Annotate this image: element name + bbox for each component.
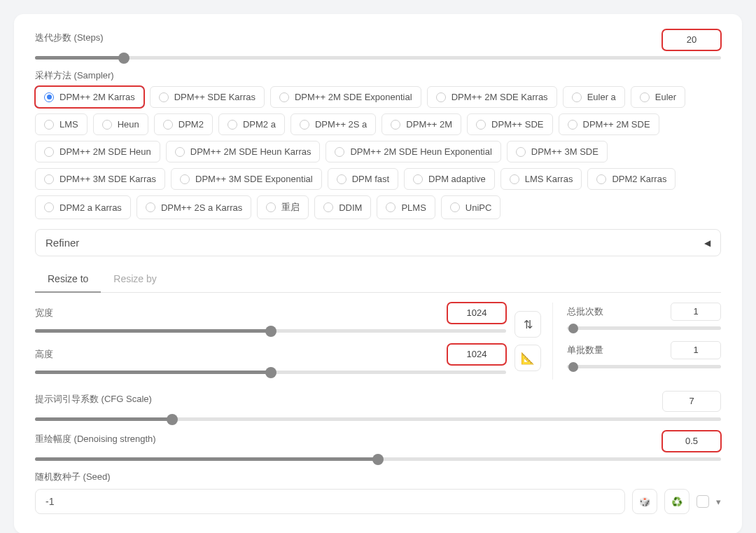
sampler-option[interactable]: PLMS (377, 195, 435, 219)
sampler-option[interactable]: LMS (35, 113, 88, 135)
radio-icon (568, 120, 578, 130)
sampler-option[interactable]: DPM++ 3M SDE (507, 141, 608, 162)
resize-panel: 宽度 1024 高度 1024 (35, 303, 721, 380)
sampler-option[interactable]: 重启 (257, 195, 309, 219)
batch-size-slider[interactable] (567, 365, 721, 368)
denoise-field: 重绘幅度 (Denoising strength) 0.5 (35, 431, 721, 461)
radio-icon (335, 147, 344, 157)
sampler-option[interactable]: DPM++ 2M SDE Heun (35, 141, 160, 162)
refiner-accordion[interactable]: Refiner ◀ (35, 229, 721, 256)
height-slider[interactable] (35, 371, 506, 374)
radio-icon (180, 174, 190, 184)
sampler-option-label: PLMS (401, 202, 426, 213)
sampler-option-label: DPM fast (352, 174, 389, 184)
cfg-value-input[interactable]: 7 (662, 391, 721, 412)
sampler-option[interactable]: DPM fast (328, 168, 398, 190)
sampler-option[interactable]: DPM++ 2M SDE (559, 113, 659, 135)
steps-field: 迭代步数 (Steps) 20 (35, 29, 721, 60)
sampler-option[interactable]: DDIM (314, 195, 371, 219)
sampler-option-label: DPM++ 2S a (315, 119, 367, 130)
sampler-option[interactable]: DPM++ 2S a Karras (136, 195, 251, 219)
seed-extra-checkbox[interactable] (696, 495, 709, 508)
batch-count-value[interactable]: 1 (671, 303, 721, 321)
radio-icon (596, 174, 606, 184)
batch-size-value[interactable]: 1 (671, 341, 721, 359)
radio-icon (300, 120, 309, 130)
sampler-option[interactable]: DPM++ SDE Karras (150, 86, 265, 108)
sampler-option[interactable]: Heun (93, 113, 148, 135)
sampler-option-label: DPM++ 3M SDE Karras (59, 174, 156, 184)
cfg-slider[interactable] (35, 417, 721, 421)
sampler-option-label: Heun (118, 119, 139, 130)
radio-icon (450, 202, 460, 212)
sampler-option[interactable]: DPM++ SDE (467, 113, 552, 135)
sampler-option-label: 重启 (281, 201, 300, 214)
sampler-option-label: UniPC (465, 202, 492, 213)
sampler-option[interactable]: UniPC (441, 195, 501, 219)
dice-icon: 🎲 (639, 497, 650, 507)
steps-slider[interactable] (35, 56, 721, 60)
sampler-option[interactable]: DPM2 (154, 113, 213, 135)
width-value-input[interactable]: 1024 (447, 303, 506, 324)
sampler-option-label: DPM++ 3M SDE (531, 146, 598, 157)
radio-icon (510, 174, 519, 184)
aspect-ruler-button[interactable]: 📐 (514, 345, 541, 371)
sampler-option[interactable]: DPM++ 3M SDE Exponential (171, 168, 322, 190)
radio-icon (266, 202, 276, 212)
batch-column: 总批次数 1 单批数量 1 (567, 303, 721, 380)
sampler-option[interactable]: DPM++ 2M SDE Exponential (270, 86, 421, 108)
sampler-option-label: Euler (655, 92, 676, 102)
refiner-label: Refiner (46, 237, 79, 249)
recycle-icon: ♻️ (671, 497, 682, 507)
sampler-option[interactable]: DPM++ 2M SDE Heun Exponential (326, 141, 500, 162)
sampler-option[interactable]: Euler a (563, 86, 625, 108)
sampler-option-label: LMS Karras (525, 174, 573, 184)
steps-label: 迭代步数 (Steps) (35, 32, 104, 44)
sampler-option-label: DPM++ 2M SDE (583, 119, 650, 130)
chevron-down-icon[interactable]: ▾ (716, 497, 721, 507)
radio-icon (640, 92, 650, 102)
tab-resize-by[interactable]: Resize by (101, 266, 169, 292)
seed-random-button[interactable]: 🎲 (632, 489, 657, 514)
radio-icon (391, 120, 400, 130)
radio-icon (572, 92, 582, 102)
batch-size-label: 单批数量 (567, 344, 603, 357)
sampler-option[interactable]: DPM++ 2M SDE Karras (427, 86, 557, 108)
denoise-label: 重绘幅度 (Denoising strength) (35, 433, 156, 445)
height-value-input[interactable]: 1024 (447, 344, 506, 365)
sampler-option[interactable]: DPM2 Karras (587, 168, 676, 190)
radio-icon (175, 147, 185, 157)
radio-icon (44, 174, 54, 184)
sampler-option[interactable]: DPM++ 2M SDE Heun Karras (166, 141, 321, 162)
sampler-option-label: DPM++ 2M (406, 119, 452, 130)
radio-icon (279, 92, 289, 102)
sampler-option-label: DPM++ 2S a Karras (161, 202, 242, 213)
sampler-option[interactable]: DPM++ 2M (382, 113, 461, 135)
swap-dimensions-button[interactable]: ⇅ (514, 311, 541, 338)
sampler-option[interactable]: DPM adaptive (404, 168, 495, 190)
sampler-option-label: DPM++ 2M SDE Heun Karras (190, 146, 312, 157)
radio-icon (516, 147, 526, 157)
seed-field: 随机数种子 (Seed) 🎲 ♻️ ▾ (35, 471, 721, 514)
sampler-option[interactable]: DPM++ 2M Karras (35, 86, 144, 108)
width-slider[interactable] (35, 329, 506, 333)
width-label: 宽度 (35, 307, 53, 319)
tab-resize-to[interactable]: Resize to (35, 266, 101, 293)
collapse-icon: ◀ (704, 238, 710, 248)
sampler-option[interactable]: DPM2 a Karras (35, 195, 131, 219)
steps-value-input[interactable]: 20 (662, 29, 721, 50)
sampler-option[interactable]: DPM++ 2S a (290, 113, 376, 135)
sampler-option[interactable]: Euler (631, 86, 685, 108)
seed-input[interactable] (35, 489, 625, 514)
sampler-option-label: DPM2 Karras (612, 174, 666, 184)
seed-reuse-button[interactable]: ♻️ (664, 489, 690, 514)
denoise-slider[interactable] (35, 457, 721, 461)
sampler-option-label: Euler a (587, 92, 616, 102)
sampler-field: 采样方法 (Sampler) DPM++ 2M KarrasDPM++ SDE … (35, 69, 721, 219)
batch-count-slider[interactable] (567, 326, 721, 330)
sampler-option-label: DPM adaptive (428, 174, 486, 184)
denoise-value-input[interactable]: 0.5 (662, 431, 721, 452)
sampler-option[interactable]: DPM2 a (218, 113, 285, 135)
sampler-option[interactable]: DPM++ 3M SDE Karras (35, 168, 165, 190)
sampler-option[interactable]: LMS Karras (500, 168, 582, 190)
